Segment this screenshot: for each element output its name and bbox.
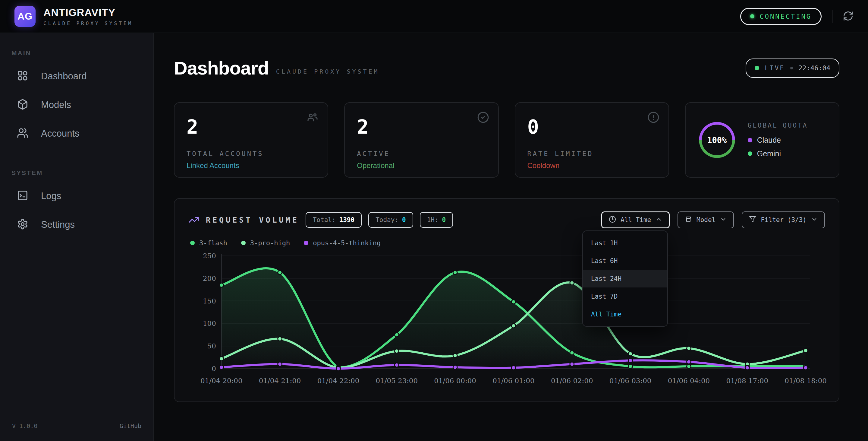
menu-item-last-6h[interactable]: Last 6H — [583, 252, 667, 270]
live-label: LIVE — [765, 64, 785, 72]
svg-text:01/06 00:00: 01/06 00:00 — [434, 377, 476, 385]
main-content: Dashboard CLAUDE PROXY SYSTEM LIVE 22:46… — [154, 33, 868, 441]
legend-label: 3-pro-high — [250, 239, 290, 247]
sidebar-item-models[interactable]: Models — [0, 94, 153, 116]
cube-icon — [17, 99, 28, 111]
stat-subtext: Cooldown — [527, 161, 656, 170]
legend-label: 3-flash — [199, 239, 227, 247]
quota-legend-label: Claude — [757, 136, 781, 145]
badge-label: Today: — [375, 216, 398, 224]
header-divider — [832, 10, 832, 23]
quota-legend-label: Gemini — [757, 149, 781, 158]
page-subtitle: CLAUDE PROXY SYSTEM — [276, 68, 379, 75]
stat-value: 2 — [357, 117, 486, 137]
terminal-icon — [17, 190, 28, 202]
app-logo: AG — [14, 6, 36, 27]
series-dot-icon — [304, 241, 308, 245]
sidebar-item-label: Settings — [41, 219, 75, 230]
sidebar-item-accounts[interactable]: Accounts — [0, 123, 153, 144]
app-title: ANTIGRAVITY — [43, 7, 133, 19]
sidebar-section-system: SYSTEM — [0, 169, 153, 176]
page-title: Dashboard — [174, 57, 269, 79]
svg-text:0: 0 — [212, 365, 216, 373]
request-volume-card: REQUEST VOLUME Total: 1390 Today: 0 1H: … — [174, 198, 839, 402]
svg-text:01/04 22:00: 01/04 22:00 — [317, 377, 360, 385]
legend-item-3-flash[interactable]: 3-flash — [190, 239, 227, 247]
quota-label: GLOBAL QUOTA — [748, 122, 808, 129]
badge-value: 1390 — [339, 216, 355, 224]
refresh-button[interactable] — [843, 10, 854, 22]
stat-card-rate-limited: 0 RATE LIMITED Cooldown — [515, 102, 669, 178]
filter-dropdown-button[interactable]: Filter (3/3) — [742, 211, 825, 228]
quota-percent: 100% — [698, 121, 736, 159]
svg-text:01/04 20:00: 01/04 20:00 — [200, 377, 243, 385]
menu-item-all-time[interactable]: All Time — [583, 305, 667, 323]
status-dot-icon — [750, 14, 754, 19]
quota-legend-claude: Claude — [748, 136, 808, 145]
circle-alert-icon — [647, 111, 659, 124]
funnel-icon — [749, 216, 756, 225]
today-badge: Today: 0 — [368, 212, 413, 228]
chart-canvas: 05010015020025001/04 20:0001/04 21:0001/… — [188, 251, 825, 393]
svg-text:01/08 17:00: 01/08 17:00 — [726, 377, 769, 385]
time-range-dropdown-button[interactable]: All Time Last 1H Last 6H Last 24H Last 7… — [601, 211, 670, 228]
svg-text:250: 250 — [203, 252, 216, 260]
claude-dot-icon — [748, 138, 752, 142]
menu-item-last-24h[interactable]: Last 24H — [583, 270, 667, 288]
chart-legend: 3-flash 3-pro-high opus-4-5-thinking — [190, 239, 825, 247]
stat-label: ACTIVE — [357, 150, 486, 157]
sidebar-item-settings[interactable]: Settings — [0, 214, 153, 235]
line-chart: 05010015020025001/04 20:0001/04 21:0001/… — [188, 251, 825, 394]
clock-text: 22:46:04 — [798, 64, 830, 72]
stat-label: TOTAL ACCOUNTS — [187, 150, 315, 157]
version-text: V 1.0.0 — [12, 422, 37, 430]
sidebar-item-label: Logs — [41, 190, 61, 202]
menu-item-last-7d[interactable]: Last 7D — [583, 288, 667, 305]
separator-dot-icon — [790, 67, 793, 69]
svg-text:200: 200 — [203, 274, 216, 282]
sidebar-item-label: Models — [41, 99, 71, 110]
stat-subtext: Linked Accounts — [187, 161, 315, 170]
svg-text:01/04 21:00: 01/04 21:00 — [259, 377, 301, 385]
trending-up-icon — [188, 214, 199, 225]
clock-icon — [609, 216, 616, 225]
refresh-icon — [843, 10, 854, 22]
sidebar-item-label: Dashboard — [41, 71, 87, 82]
svg-text:01/06 01:00: 01/06 01:00 — [493, 377, 535, 385]
sidebar-item-logs[interactable]: Logs — [0, 185, 153, 207]
badge-label: Total: — [313, 216, 336, 224]
users-icon — [17, 127, 28, 140]
stat-card-global-quota: 100% GLOBAL QUOTA Claude Gemini — [685, 102, 839, 178]
users-icon — [307, 111, 318, 124]
github-link[interactable]: GitHub — [120, 422, 141, 430]
stat-card-total-accounts: 2 TOTAL ACCOUNTS Linked Accounts — [174, 102, 328, 178]
gear-icon — [17, 218, 28, 231]
chevron-down-icon — [811, 216, 818, 224]
menu-item-last-1h[interactable]: Last 1H — [583, 234, 667, 252]
stat-value: 0 — [527, 117, 656, 137]
model-dropdown-button[interactable]: Model — [678, 211, 734, 228]
chart-title: REQUEST VOLUME — [206, 216, 299, 225]
sidebar-item-dashboard[interactable]: Dashboard — [0, 66, 153, 87]
connection-status-text: CONNECTING — [760, 13, 812, 20]
quota-legend-gemini: Gemini — [748, 149, 808, 158]
badge-label: 1H: — [427, 216, 438, 224]
app-subtitle: CLAUDE PROXY SYSTEM — [43, 21, 133, 26]
stat-subtext: Operational — [357, 161, 486, 170]
connection-status-badge: CONNECTING — [740, 8, 822, 25]
legend-item-3-pro-high[interactable]: 3-pro-high — [241, 239, 290, 247]
badge-value: 0 — [402, 216, 406, 224]
circle-check-icon — [477, 111, 489, 124]
total-badge: Total: 1390 — [306, 212, 362, 228]
time-range-menu: Last 1H Last 6H Last 24H Last 7D All Tim… — [582, 231, 668, 327]
stat-value: 2 — [187, 117, 315, 137]
series-dot-icon — [241, 241, 246, 245]
filter-value: Filter (3/3) — [761, 216, 807, 224]
top-header: AG ANTIGRAVITY CLAUDE PROXY SYSTEM CONNE… — [0, 0, 868, 33]
sidebar: MAIN Dashboard Models Accounts S — [0, 33, 154, 441]
quota-ring: 100% — [698, 121, 736, 159]
svg-text:150: 150 — [203, 297, 216, 305]
svg-text:01/08 18:00: 01/08 18:00 — [784, 377, 827, 385]
legend-item-opus[interactable]: opus-4-5-thinking — [304, 239, 381, 247]
model-value: Model — [696, 216, 715, 224]
